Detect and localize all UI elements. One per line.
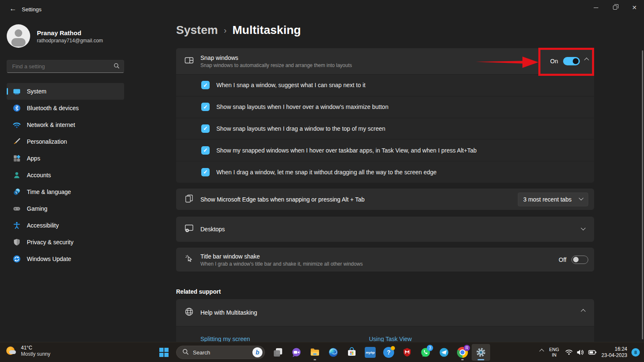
- taskbar-search[interactable]: Search b: [176, 346, 265, 359]
- sidebar-item-accounts[interactable]: Accounts: [7, 167, 124, 184]
- settings-gear-icon: [475, 347, 486, 358]
- help-multitasking-card[interactable]: Help with Multitasking: [176, 299, 594, 326]
- checkbox-checked-icon[interactable]: [201, 146, 210, 155]
- sidebar-item-label: Accessibility: [27, 222, 59, 229]
- sidebar-item-label: System: [27, 88, 47, 95]
- page-title: Multitasking: [232, 23, 301, 37]
- settings-search-input[interactable]: [7, 63, 114, 70]
- breadcrumb-system[interactable]: System: [176, 23, 218, 37]
- mcafee-button[interactable]: [398, 344, 416, 361]
- snap-option-row[interactable]: Show snap layouts when I drag a window t…: [176, 118, 594, 140]
- microsoft-store-button[interactable]: [343, 344, 361, 361]
- sidebar-item-accessibility[interactable]: Accessibility: [7, 217, 124, 234]
- desktops-card[interactable]: Desktops: [176, 217, 594, 242]
- settings-search-box[interactable]: [7, 60, 124, 73]
- checkbox-checked-icon[interactable]: [201, 81, 210, 89]
- avatar-head: [15, 29, 22, 37]
- chevron-down-icon: [579, 196, 583, 200]
- sidebar-item-apps[interactable]: Apps: [7, 150, 124, 167]
- edge-tabs-card: Show Microsoft Edge tabs when snapping o…: [176, 189, 594, 210]
- sidebar-item-windows-update[interactable]: Windows Update: [7, 251, 124, 267]
- link-using-task-view[interactable]: Using Task View: [369, 336, 412, 342]
- back-button[interactable]: ←: [6, 3, 20, 14]
- close-button[interactable]: ✕: [625, 0, 644, 15]
- telegram-button[interactable]: [435, 344, 453, 361]
- restore-button[interactable]: [605, 0, 625, 15]
- sidebar-item-privacy-security[interactable]: Privacy & security: [7, 234, 124, 251]
- sidebar: Pranay Rathod rathodpranay714@gmail.com …: [0, 17, 176, 342]
- sidebar-item-label: Accounts: [27, 172, 51, 178]
- snap-option-row[interactable]: Show snap layouts when I hover over a wi…: [176, 96, 594, 118]
- taskbar: 41°C Mostly sunny Search b: [0, 342, 644, 362]
- account-email: rathodpranay714@gmail.com: [37, 38, 103, 44]
- edge-button[interactable]: [324, 344, 343, 361]
- sidebar-item-label: Windows Update: [27, 256, 71, 262]
- sidebar-item-system[interactable]: System: [7, 83, 124, 100]
- sidebar-item-time-language[interactable]: Time & language: [7, 184, 124, 200]
- chrome-button[interactable]: R: [453, 344, 472, 361]
- help-multitasking-title: Help with Multitasking: [200, 309, 257, 316]
- restore-icon: [613, 5, 617, 10]
- snap-windows-title: Snap windows: [200, 54, 352, 61]
- person-icon: [13, 171, 21, 179]
- search-icon: [182, 349, 189, 357]
- sidebar-item-gaming[interactable]: Gaming: [7, 200, 124, 217]
- sidebar-item-network-internet[interactable]: Network & internet: [7, 116, 124, 133]
- avatar-body: [11, 38, 26, 47]
- snap-option-row[interactable]: Show my snapped windows when I hover ove…: [176, 139, 594, 161]
- gamepad-icon: [13, 204, 21, 213]
- teams-chat-button[interactable]: [287, 344, 306, 361]
- chevron-down-icon[interactable]: [581, 226, 585, 230]
- chevron-up-icon[interactable]: [581, 309, 585, 314]
- file-explorer-button[interactable]: [306, 344, 324, 361]
- main-content: System › Multitasking Snap windows Snap …: [176, 17, 644, 342]
- accessibility-icon: [13, 221, 21, 230]
- snap-option-label: Show snap layouts when I drag a window t…: [216, 125, 385, 132]
- settings-app-button[interactable]: [472, 344, 490, 361]
- checkbox-checked-icon[interactable]: [201, 103, 210, 111]
- snap-windows-icon: [184, 55, 194, 67]
- whatsapp-button[interactable]: 3: [416, 344, 435, 361]
- scrollbar[interactable]: [642, 50, 643, 339]
- sidebar-item-bluetooth-devices[interactable]: Bluetooth & devices: [7, 100, 124, 116]
- shake-toggle-label: Off: [559, 256, 566, 263]
- toggle-knob: [573, 257, 579, 262]
- snap-option-label: Show snap layouts when I hover over a wi…: [216, 103, 388, 110]
- clock[interactable]: 16:24 23-04-2023: [602, 346, 627, 359]
- brush-icon: [13, 137, 21, 146]
- hp-support-icon: ?: [383, 347, 394, 358]
- hp-support-button[interactable]: ?: [379, 344, 398, 361]
- account-name: Pranay Rathod: [37, 29, 81, 36]
- hidden-icons-chevron[interactable]: [539, 349, 544, 354]
- sidebar-item-personalization[interactable]: Personalization: [7, 133, 124, 150]
- checkbox-checked-icon[interactable]: [201, 168, 210, 176]
- language-indicator[interactable]: ENG IN: [549, 347, 559, 358]
- notification-badge[interactable]: 8: [631, 348, 640, 357]
- myhp-button[interactable]: myhp: [361, 344, 379, 361]
- snap-windows-subtitle: Snap windows to automatically resize and…: [200, 62, 352, 68]
- edge-tabs-dropdown[interactable]: 3 most recent tabs: [518, 192, 588, 206]
- edge-icon: [328, 347, 339, 358]
- weather-temperature: 41°C: [21, 345, 50, 351]
- title-bar-shake-toggle[interactable]: [571, 256, 588, 264]
- snap-windows-card[interactable]: Snap windows Snap windows to automatical…: [176, 48, 594, 74]
- chevron-up-icon[interactable]: [584, 58, 589, 62]
- avatar[interactable]: [7, 24, 30, 48]
- start-button[interactable]: [159, 348, 169, 357]
- link-splitting-my-screen[interactable]: Splitting my screen: [200, 336, 250, 342]
- snap-option-label: Show my snapped windows when I hover ove…: [216, 147, 477, 154]
- minimize-button[interactable]: [586, 0, 605, 15]
- search-icon: [114, 63, 119, 70]
- snap-option-row[interactable]: When I snap a window, suggest what I can…: [176, 75, 594, 96]
- battery-icon: [588, 349, 597, 356]
- snap-windows-toggle[interactable]: [563, 57, 580, 65]
- checkbox-checked-icon[interactable]: [201, 124, 210, 133]
- snap-option-label: When I snap a window, suggest what I can…: [216, 82, 366, 88]
- weather-widget[interactable]: 41°C Mostly sunny: [6, 345, 50, 357]
- tray-status-icons[interactable]: [565, 349, 597, 356]
- task-view-button[interactable]: [269, 344, 287, 361]
- volume-icon: [576, 349, 584, 356]
- chrome-profile-badge: R: [464, 345, 470, 351]
- snap-option-row[interactable]: When I drag a window, let me snap it wit…: [176, 161, 594, 183]
- microsoft-store-icon: [346, 347, 357, 358]
